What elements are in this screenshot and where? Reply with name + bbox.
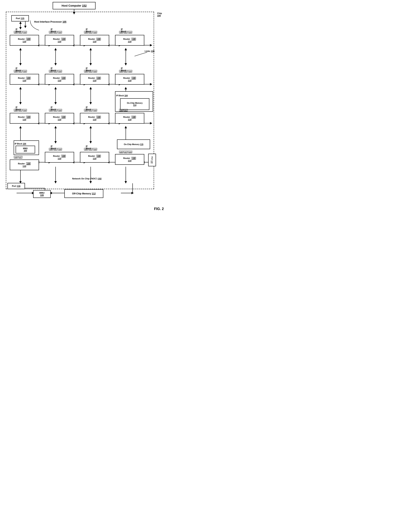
onchip-memory-114-box: On-Chip Memory 114 xyxy=(120,98,149,110)
host-computer-label: Host Computer xyxy=(62,4,81,7)
port-115-box: Port 115 xyxy=(11,15,29,21)
ipblock104-special-outer: IP Block 104 On-Chip Memory 114 xyxy=(115,91,153,112)
fig-label: FIG. 2 xyxy=(154,207,164,211)
port-116-box: Port 116 xyxy=(7,183,25,189)
host-computer-box: Host Computer 152 xyxy=(53,2,96,9)
chip-label: Chip100 xyxy=(157,12,162,17)
offchip-memory-box: Off-Chip Memory 112 xyxy=(64,189,103,198)
ipblock104-mmu103: IP Block 104 MMU103 xyxy=(14,140,39,155)
mmu103-box: MMU103 xyxy=(15,146,35,153)
links-label: Links 120 xyxy=(145,50,154,52)
mmu109-box: MMU109 xyxy=(33,190,51,198)
host-computer-num: 152 xyxy=(82,4,87,7)
noc-label: Network On Chip ('NOC') 102 xyxy=(72,177,101,180)
hip-label: Host Interface Processor 105 xyxy=(34,20,66,23)
onchip-memory-115-box: On-Chip Memory 115 xyxy=(117,139,150,149)
diagram: Host Computer 152 Chip100 Port 115 Host … xyxy=(0,0,168,212)
port-118-box: Port 118 xyxy=(148,154,156,166)
